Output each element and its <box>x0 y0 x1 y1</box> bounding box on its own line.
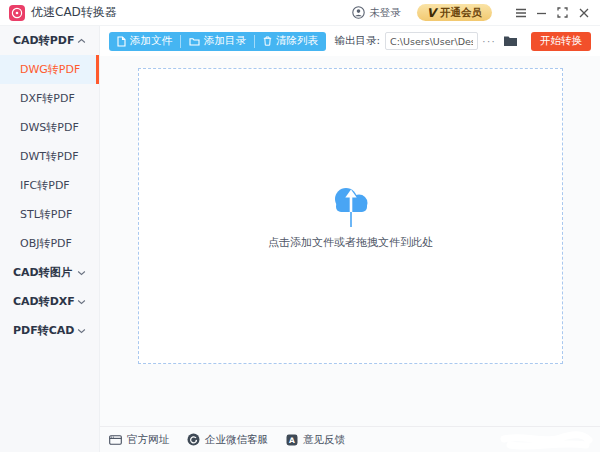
sidebar-item-dwg-to-pdf[interactable]: DWG转PDF <box>0 55 99 84</box>
feedback-link[interactable]: A 意见反馈 <box>286 433 345 447</box>
titlebar: 优速CAD转换器 未登录 V 开通会员 <box>0 0 600 26</box>
sidebar-item-dxf-to-pdf[interactable]: DXF转PDF <box>0 84 99 113</box>
minimize-icon <box>536 8 547 18</box>
sidebar-group-label: CAD转PDF <box>13 33 74 48</box>
body: CAD转PDF DWG转PDF DXF转PDF DWS转PDF DWT转PDF … <box>0 26 600 452</box>
sidebar-item-label: DXF转PDF <box>20 91 75 106</box>
wechat-support-link[interactable]: 企业微信客服 <box>187 433 268 447</box>
add-file-button[interactable]: 添加文件 <box>109 32 180 51</box>
app-title: 优速CAD转换器 <box>31 4 117 21</box>
toolbar: 添加文件 添加目录 清除列表 <box>100 26 600 56</box>
sidebar-group-label: CAD转图片 <box>13 265 72 280</box>
open-output-folder-button[interactable] <box>503 35 518 47</box>
app-logo-icon <box>9 5 25 21</box>
output-dir-label: 输出目录: <box>334 34 380 48</box>
app-window: 优速CAD转换器 未登录 V 开通会员 <box>0 0 600 452</box>
cloud-upload-icon <box>326 182 376 230</box>
sidebar-item-obj-to-pdf[interactable]: OBJ转PDF <box>0 229 99 258</box>
wechat-icon <box>187 433 200 446</box>
output-path-input[interactable] <box>385 32 478 50</box>
sidebar-group-cad-to-image[interactable]: CAD转图片 <box>0 258 99 287</box>
wechat-support-label: 企业微信客服 <box>205 433 268 447</box>
user-icon <box>352 6 365 19</box>
file-icon <box>117 36 126 47</box>
clear-list-button[interactable]: 清除列表 <box>255 32 326 51</box>
sidebar-item-ifc-to-pdf[interactable]: IFC转PDF <box>0 171 99 200</box>
chevron-down-icon <box>77 270 86 276</box>
hamburger-icon <box>515 8 527 18</box>
folder-icon <box>189 37 200 46</box>
menu-button[interactable] <box>510 3 531 23</box>
trash-icon <box>263 36 272 46</box>
minimize-button[interactable] <box>531 3 552 23</box>
dropzone-hint: 点击添加文件或者拖拽文件到此处 <box>268 235 433 250</box>
sidebar-item-label: DWS转PDF <box>20 120 79 135</box>
browser-icon <box>109 435 122 445</box>
chevron-down-icon <box>77 328 86 334</box>
add-folder-label: 添加目录 <box>204 34 246 48</box>
sidebar: CAD转PDF DWG转PDF DXF转PDF DWS转PDF DWT转PDF … <box>0 26 100 452</box>
maximize-button[interactable] <box>552 3 573 23</box>
official-website-link[interactable]: 官方网址 <box>109 433 169 447</box>
feedback-icon: A <box>286 434 298 446</box>
vip-button-label: 开通会员 <box>440 6 482 20</box>
chevron-up-icon <box>77 38 86 44</box>
start-convert-button[interactable]: 开始转换 <box>531 32 591 51</box>
clear-list-label: 清除列表 <box>276 34 318 48</box>
watermark-scribble <box>498 431 594 451</box>
sidebar-item-dws-to-pdf[interactable]: DWS转PDF <box>0 113 99 142</box>
output-group: 输出目录: ··· 开始转换 <box>334 32 591 51</box>
file-actions-bar: 添加文件 添加目录 清除列表 <box>109 32 326 51</box>
vip-button[interactable]: V 开通会员 <box>417 4 492 21</box>
sidebar-group-cad-to-pdf[interactable]: CAD转PDF <box>0 26 99 55</box>
close-button[interactable] <box>573 3 594 23</box>
add-file-label: 添加文件 <box>130 34 172 48</box>
feedback-label: 意见反馈 <box>303 433 345 447</box>
sidebar-group-cad-to-dxf[interactable]: CAD转DXF <box>0 287 99 316</box>
titlebar-right: 未登录 V 开通会员 <box>352 3 590 23</box>
open-folder-icon <box>503 35 518 47</box>
browse-more-button[interactable]: ··· <box>478 35 500 47</box>
sidebar-item-dwt-to-pdf[interactable]: DWT转PDF <box>0 142 99 171</box>
sidebar-group-pdf-to-cad[interactable]: PDF转CAD <box>0 316 99 345</box>
vip-crown-icon: V <box>427 7 436 19</box>
sidebar-item-label: DWG转PDF <box>20 62 80 77</box>
close-icon <box>579 8 589 18</box>
svg-text:A: A <box>289 435 295 444</box>
sidebar-item-label: IFC转PDF <box>20 178 70 193</box>
sidebar-item-label: OBJ转PDF <box>20 236 72 251</box>
content-panel: 点击添加文件或者拖拽文件到此处 <box>100 56 600 426</box>
login-status[interactable]: 未登录 <box>352 6 401 20</box>
sidebar-item-label: DWT转PDF <box>20 149 79 164</box>
sidebar-group-label: CAD转DXF <box>13 294 75 309</box>
file-dropzone[interactable]: 点击添加文件或者拖拽文件到此处 <box>138 68 563 364</box>
login-status-label: 未登录 <box>369 6 401 20</box>
sidebar-item-stl-to-pdf[interactable]: STL转PDF <box>0 200 99 229</box>
sidebar-item-label: STL转PDF <box>20 207 72 222</box>
add-folder-button[interactable]: 添加目录 <box>181 32 254 51</box>
chevron-down-icon <box>77 299 86 305</box>
footer: 官方网址 企业微信客服 A 意见反馈 <box>100 426 600 452</box>
official-website-label: 官方网址 <box>127 433 169 447</box>
sidebar-group-label: PDF转CAD <box>13 323 74 338</box>
maximize-icon <box>557 7 568 18</box>
main-area: 添加文件 添加目录 清除列表 <box>100 26 600 452</box>
